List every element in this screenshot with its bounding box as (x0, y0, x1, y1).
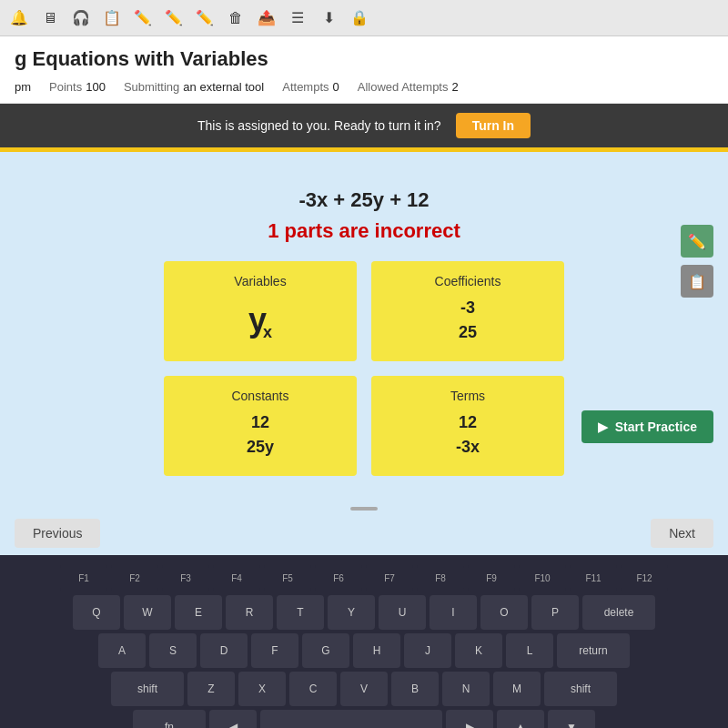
key-c[interactable]: C (289, 672, 337, 706)
sort-icon[interactable]: ⬇ (318, 8, 339, 28)
toolbar: 🔔 🖥 🎧 📋 ✏️ ✏️ ✏️ 🗑 📤 ☰ ⬇ 🔒 (0, 0, 728, 36)
notes-button[interactable]: 📋 (681, 265, 713, 298)
clipboard-icon[interactable]: 📋 (102, 8, 122, 28)
keyboard-inner: F1 F2 F3 F4 F5 F6 F7 F8 F9 F10 F11 F12 Q… (5, 564, 723, 728)
key-shift-left[interactable]: shift (111, 672, 184, 706)
key-q[interactable]: Q (73, 595, 120, 630)
key-left-arrow[interactable]: ◀ (209, 710, 257, 728)
bell-icon[interactable]: 🔔 (9, 8, 29, 28)
monitor-icon[interactable]: 🖥 (40, 8, 60, 28)
key-w[interactable]: W (124, 595, 171, 630)
scroll-indicator (18, 494, 710, 518)
constants-card: Constants 12 25y (164, 376, 357, 476)
submitting-value: an external tool (183, 80, 264, 94)
key-j[interactable]: J (404, 633, 451, 668)
key-down-arrow[interactable]: ▼ (548, 710, 595, 728)
key-t[interactable]: T (277, 595, 324, 630)
key-k[interactable]: K (455, 633, 502, 668)
previous-button[interactable]: Previous (15, 519, 100, 548)
next-button[interactable]: Next (651, 519, 713, 548)
key-p[interactable]: P (531, 595, 579, 630)
f7-key[interactable]: F7 (366, 564, 413, 592)
key-z[interactable]: Z (187, 672, 235, 706)
key-d[interactable]: D (200, 633, 248, 668)
highlight-green-icon[interactable]: ✏️ (164, 8, 184, 28)
page-header: g Equations with Variables pm Points 100… (0, 36, 728, 104)
coefficients-content: -3 25 (386, 296, 550, 345)
allowed-attempts-value: 2 (451, 80, 458, 94)
f6-key[interactable]: F6 (315, 564, 362, 592)
key-v[interactable]: V (340, 672, 388, 706)
key-x[interactable]: X (238, 672, 286, 706)
term-12: 12 (386, 410, 550, 435)
lock-icon[interactable]: 🔒 (349, 8, 369, 28)
f5-key[interactable]: F5 (264, 564, 311, 592)
keyboard-row-bottom: fn ◀ ▶ ▲ ▼ (5, 710, 723, 728)
key-g[interactable]: G (302, 633, 349, 668)
menu-icon[interactable]: ☰ (288, 8, 308, 28)
turn-in-button[interactable]: Turn In (456, 113, 531, 138)
key-l[interactable]: L (506, 633, 553, 668)
f2-key[interactable]: F2 (111, 564, 158, 592)
f10-key[interactable]: F10 (519, 564, 566, 592)
key-e[interactable]: E (175, 595, 222, 630)
key-o[interactable]: O (480, 595, 528, 630)
f12-key[interactable]: F12 (621, 564, 668, 592)
points-item: Points 100 (49, 80, 106, 94)
variables-card: Variables yx (164, 261, 357, 361)
start-practice-button[interactable]: ▶ Start Practice (581, 410, 713, 443)
key-h[interactable]: H (353, 633, 400, 668)
f8-key[interactable]: F8 (417, 564, 464, 592)
turn-in-text: This is assigned to you. Ready to turn i… (197, 118, 441, 133)
problem-container: -3x + 25y + 12 1 parts are incorrect Var… (18, 170, 710, 494)
headphone-icon[interactable]: 🎧 (71, 8, 91, 28)
keyboard-row-3: shift Z X C V B N M shift (5, 672, 723, 706)
terms-content: 12 -3x (386, 410, 550, 460)
due-value: pm (15, 80, 31, 94)
fn-row: F1 F2 F3 F4 F5 F6 F7 F8 F9 F10 F11 F12 (5, 564, 723, 592)
key-f[interactable]: F (251, 633, 298, 668)
allowed-attempts-label: Allowed Attempts (358, 80, 449, 94)
coefficients-title: Coefficients (386, 274, 550, 288)
key-y[interactable]: Y (328, 595, 375, 630)
pencil-icon[interactable]: ✏️ (133, 8, 153, 28)
key-delete[interactable]: delete (582, 595, 655, 630)
key-s[interactable]: S (149, 633, 197, 668)
term-neg3x: -3x (386, 435, 550, 460)
attempts-label: Attempts (282, 80, 329, 94)
highlight-pink-icon[interactable]: ✏️ (195, 8, 215, 28)
key-m[interactable]: M (493, 672, 541, 706)
f1-key[interactable]: F1 (60, 564, 107, 592)
key-n[interactable]: N (442, 672, 490, 706)
const-25y: 25y (178, 435, 342, 460)
incorrect-message: 1 parts are incorrect (46, 219, 682, 243)
key-b[interactable]: B (391, 672, 439, 706)
screen: 🔔 🖥 🎧 📋 ✏️ ✏️ ✏️ 🗑 📤 ☰ ⬇ 🔒 g Equations w… (0, 0, 728, 728)
key-a[interactable]: A (98, 633, 146, 668)
eraser-icon[interactable]: 🗑 (226, 8, 246, 28)
key-return[interactable]: return (557, 633, 630, 668)
key-right-arrow[interactable]: ▶ (446, 710, 493, 728)
key-fn[interactable]: fn (133, 710, 206, 728)
edit-button[interactable]: ✏️ (681, 225, 713, 258)
f4-key[interactable]: F4 (213, 564, 260, 592)
key-shift-right[interactable]: shift (544, 672, 617, 706)
cards-grid: Variables yx Coefficients -3 25 Constant… (164, 261, 564, 476)
terms-title: Terms (386, 389, 550, 403)
upload-icon[interactable]: 📤 (257, 8, 277, 28)
key-space[interactable] (260, 710, 442, 728)
variables-content: yx (178, 296, 342, 345)
bottom-nav: Previous Next (0, 519, 728, 548)
scroll-dot (350, 507, 378, 511)
coeff-neg3: -3 (386, 296, 550, 320)
start-practice-label: Start Practice (615, 420, 697, 434)
f3-key[interactable]: F3 (162, 564, 209, 592)
f11-key[interactable]: F11 (570, 564, 617, 592)
key-up-arrow[interactable]: ▲ (497, 710, 544, 728)
start-practice-icon: ▶ (598, 420, 608, 434)
key-u[interactable]: U (379, 595, 426, 630)
attempts-value: 0 (333, 80, 339, 94)
f9-key[interactable]: F9 (468, 564, 515, 592)
key-r[interactable]: R (226, 595, 273, 630)
key-i[interactable]: I (430, 595, 477, 630)
